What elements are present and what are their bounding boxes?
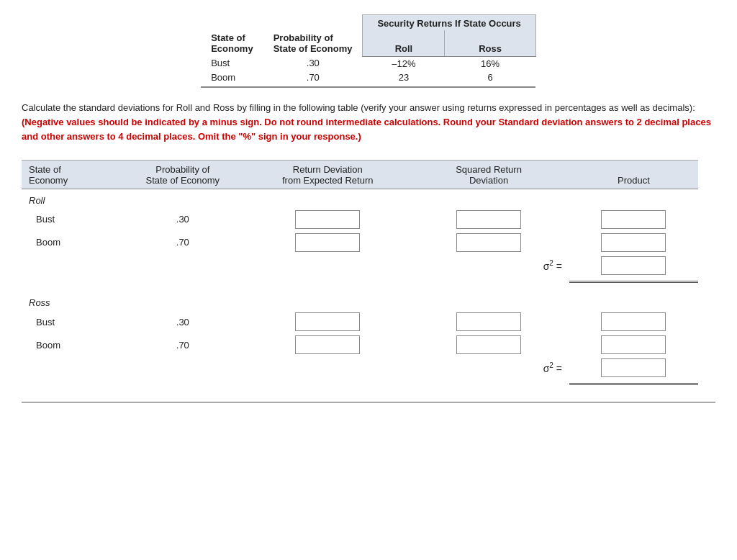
calculation-table-container: State of Economy Probability of State of… <box>22 160 715 394</box>
calc-col1-header: State of Economy <box>22 160 118 189</box>
roll-boom-sq-dev-input[interactable] <box>456 233 521 252</box>
calculation-table: State of Economy Probability of State of… <box>22 160 698 394</box>
col1-header: State of Economy <box>211 32 253 54</box>
ross-bust: 16% <box>445 56 536 71</box>
roll-bust-return-dev-cell <box>247 208 408 231</box>
roll-sigma-input[interactable] <box>601 256 666 275</box>
table-row: Bust .30 –12% 16% <box>201 56 535 71</box>
ross-boom-return-dev-input[interactable] <box>295 335 360 354</box>
reference-table-container: Security Returns If State Occurs State o… <box>22 14 715 88</box>
roll-boom-product-cell <box>569 231 698 254</box>
instruction-text: Calculate the standard deviations for Ro… <box>22 101 713 144</box>
prob-bust: .30 <box>263 56 363 71</box>
roll-sigma-label: σ2 = <box>408 254 569 277</box>
bottom-spacer-cell <box>22 384 698 394</box>
ross-boom-sq-dev-input[interactable] <box>456 335 521 354</box>
ross-boom-sq-dev-cell <box>408 333 569 356</box>
ross-sigma-input-cell <box>569 356 698 379</box>
ross-boom: 6 <box>445 71 536 84</box>
ross-sigma-row: σ2 = <box>22 356 698 379</box>
table-row: Boom .70 23 6 <box>201 71 535 84</box>
ross-sigma-spacer <box>22 356 408 379</box>
ross-bust-product-cell <box>569 310 698 333</box>
roll-boom: 23 <box>363 71 445 84</box>
calc-col4-header: Squared Return Deviation <box>408 160 569 189</box>
ross-boom-product-cell <box>569 333 698 356</box>
roll-boom-sq-dev-cell <box>408 231 569 254</box>
state-boom: Boom <box>201 71 263 84</box>
security-returns-header: Security Returns If State Occurs <box>363 15 535 31</box>
calc-col5-header: Product <box>569 160 698 189</box>
ross-boom-product-input[interactable] <box>601 335 666 354</box>
bottom-border-row <box>201 84 535 87</box>
ross-sigma-input[interactable] <box>601 358 666 377</box>
ross-boom-state: Boom <box>22 333 118 356</box>
roll-bust-return-dev-input[interactable] <box>295 210 360 229</box>
ross-bust-state: Bust <box>22 310 118 333</box>
roll-header: Roll <box>363 30 445 56</box>
roll-label-row: Roll <box>22 189 698 208</box>
roll-bust-product-cell <box>569 208 698 231</box>
roll-bust-sq-dev-cell <box>408 208 569 231</box>
ross-section-label: Ross <box>22 292 698 310</box>
roll-boom-row: Boom .70 <box>22 231 698 254</box>
ross-boom-prob: .70 <box>118 333 247 356</box>
calc-col2-header: Probability of State of Economy <box>118 160 247 189</box>
ross-header: Ross <box>445 30 536 56</box>
red-instruction: (Negative values should be indicated by … <box>22 117 711 142</box>
ross-bust-product-input[interactable] <box>601 312 666 331</box>
ross-bust-return-dev-input[interactable] <box>295 312 360 331</box>
roll-section-label: Roll <box>22 189 698 208</box>
ross-label-row: Ross <box>22 292 698 310</box>
roll-boom-product-input[interactable] <box>601 233 666 252</box>
roll-boom-prob: .70 <box>118 231 247 254</box>
state-bust: Bust <box>201 56 263 71</box>
roll-sigma-row: σ2 = <box>22 254 698 277</box>
roll-bust-product-input[interactable] <box>601 210 666 229</box>
roll-sigma-input-cell <box>569 254 698 277</box>
reference-table: Security Returns If State Occurs State o… <box>201 14 536 88</box>
roll-bust-sq-dev-input[interactable] <box>456 210 521 229</box>
roll-sigma-spacer <box>22 254 408 277</box>
roll-bust: –12% <box>363 56 445 71</box>
roll-boom-state: Boom <box>22 231 118 254</box>
ross-bust-prob: .30 <box>118 310 247 333</box>
prob-boom: .70 <box>263 71 363 84</box>
calc-col3-header: Return Deviation from Expected Return <box>247 160 408 189</box>
ross-bust-return-dev-cell <box>247 310 408 333</box>
ross-boom-row: Boom .70 <box>22 333 698 356</box>
roll-boom-return-dev-cell <box>247 231 408 254</box>
ross-bust-sq-dev-input[interactable] <box>456 312 521 331</box>
section-spacer <box>22 281 698 292</box>
ross-boom-return-dev-cell <box>247 333 408 356</box>
roll-boom-return-dev-input[interactable] <box>295 233 360 252</box>
ross-sigma-label: σ2 = <box>408 356 569 379</box>
ross-bust-sq-dev-cell <box>408 310 569 333</box>
spacer-cell <box>22 281 698 292</box>
bottom-divider <box>22 402 715 403</box>
col2-header: Probability of State of Economy <box>273 32 353 54</box>
bottom-spacer <box>22 384 698 394</box>
ross-bust-row: Bust .30 <box>22 310 698 333</box>
roll-bust-prob: .30 <box>118 208 247 231</box>
roll-bust-state: Bust <box>22 208 118 231</box>
roll-bust-row: Bust .30 <box>22 208 698 231</box>
